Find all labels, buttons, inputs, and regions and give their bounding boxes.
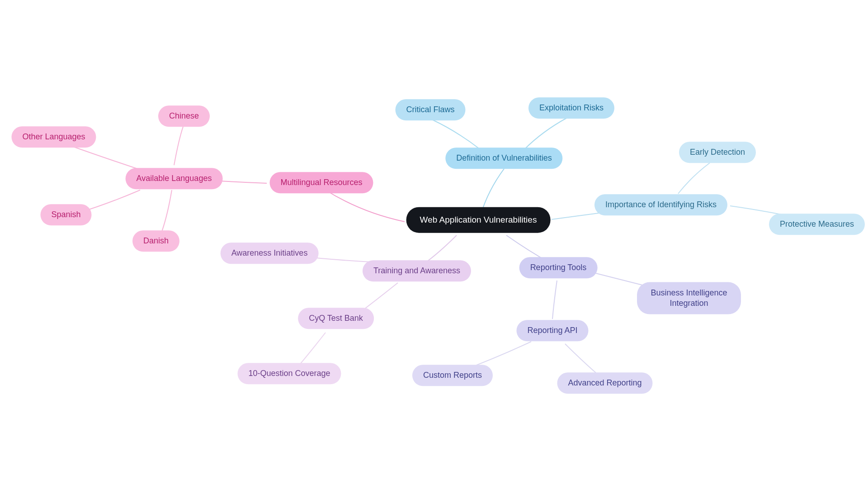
node-reporting-api[interactable]: Reporting API [516, 320, 588, 341]
node-spanish[interactable]: Spanish [40, 204, 91, 225]
node-early-detection[interactable]: Early Detection [679, 142, 756, 163]
node-critical-flaws[interactable]: Critical Flaws [395, 99, 465, 120]
node-ten-q[interactable]: 10-Question Coverage [237, 363, 341, 384]
node-definition[interactable]: Definition of Vulnerabilities [445, 147, 562, 169]
node-chinese[interactable]: Chinese [158, 105, 210, 127]
node-cyq[interactable]: CyQ Test Bank [298, 308, 374, 329]
node-awareness-init[interactable]: Awareness Initiatives [221, 243, 319, 264]
node-available-langs[interactable]: Available Languages [126, 168, 223, 189]
node-importance[interactable]: Importance of Identifying Risks [594, 194, 727, 215]
mindmap-canvas: Web Application Vulnerabilities Definiti… [0, 0, 868, 490]
node-exploitation-risks[interactable]: Exploitation Risks [528, 97, 614, 119]
node-bi-integration[interactable]: Business Intelligence Integration [637, 282, 741, 314]
node-danish[interactable]: Danish [132, 230, 179, 252]
root-node[interactable]: Web Application Vulnerabilities [406, 207, 551, 233]
node-advanced-reporting[interactable]: Advanced Reporting [557, 372, 652, 394]
node-reporting-tools[interactable]: Reporting Tools [519, 257, 598, 278]
node-training[interactable]: Training and Awareness [363, 260, 471, 281]
node-protective[interactable]: Protective Measures [769, 214, 865, 235]
node-custom-reports[interactable]: Custom Reports [412, 365, 493, 386]
node-multilingual[interactable]: Multilingual Resources [269, 172, 373, 193]
edges-layer [0, 0, 868, 490]
node-other-langs[interactable]: Other Languages [11, 126, 96, 147]
